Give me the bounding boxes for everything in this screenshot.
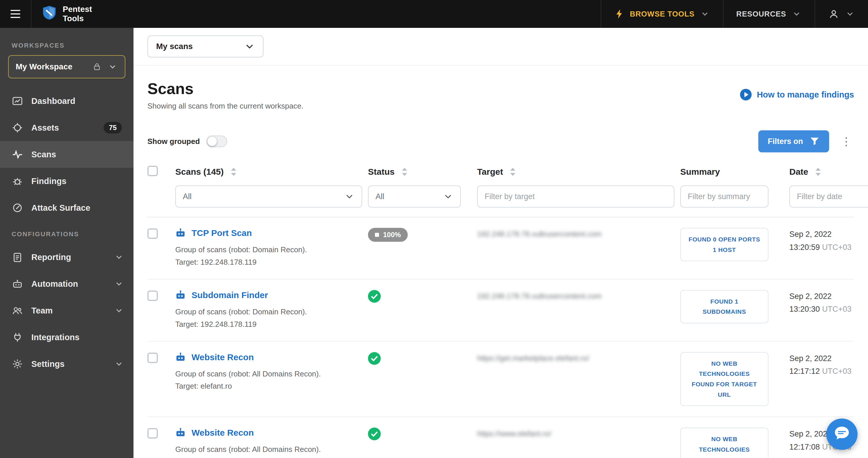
row-checkbox[interactable] (148, 291, 158, 301)
scan-scope-select[interactable]: My scans (148, 35, 264, 58)
chevron-down-icon (344, 191, 354, 202)
topbar-spacer (102, 0, 601, 28)
sidebar-item-reporting[interactable]: Reporting (0, 244, 133, 271)
scan-description: Group of scans (robot: Domain Recon). (175, 306, 362, 318)
status-progress-label: 100% (383, 231, 401, 239)
stop-square-icon (375, 233, 379, 237)
robot-icon (175, 428, 186, 438)
assets-count-badge: 75 (103, 122, 122, 133)
date-filter-input[interactable] (789, 185, 868, 208)
scan-target-line: Target: 192.248.178.119 (175, 256, 362, 269)
scan-title-link[interactable]: Website Recon (191, 353, 254, 362)
show-grouped-toggle[interactable] (206, 135, 227, 147)
how-to-manage-findings-link[interactable]: How to manage findings (740, 89, 854, 100)
sidebar-item-dashboard[interactable]: Dashboard (0, 88, 133, 114)
logo-text-line1: Pentest (63, 5, 92, 14)
sidebar-item-label: Team (31, 306, 53, 315)
sort-icon[interactable] (813, 166, 823, 177)
chevron-down-icon (116, 255, 122, 259)
workspace-name: My Workspace (16, 62, 87, 71)
browse-tools-label: BROWSE TOOLS (630, 9, 694, 19)
workspaces-section-label: WORKSPACES (0, 32, 133, 55)
scan-description: Group of scans (robot: All Domains Recon… (175, 443, 362, 456)
scan-description: Group of scans (robot: All Domains Recon… (175, 368, 362, 380)
logo-text-line2: Tools (63, 14, 92, 23)
chevron-down-icon (700, 9, 710, 19)
plug-icon (11, 332, 23, 343)
topbar: Pentest Tools BROWSE TOOLS RESOURCES (0, 0, 868, 28)
sidebar-item-attack-surface[interactable]: Attack Surface (0, 194, 133, 221)
chevron-down-icon (116, 362, 122, 366)
filter-funnel-icon (809, 136, 820, 147)
chevron-down-icon (443, 191, 453, 202)
summary-filter-input[interactable] (680, 185, 769, 208)
summary-badge[interactable]: FOUND 1SUBDOMAINS (680, 290, 769, 323)
sidebar-item-settings[interactable]: Settings (0, 350, 133, 377)
main-content: My scans Scans Showing all scans from th… (133, 28, 868, 458)
row-checkbox[interactable] (148, 428, 158, 438)
sort-icon[interactable] (507, 166, 518, 177)
status-filter-select[interactable]: All (368, 185, 461, 208)
logo-shield-icon (42, 5, 57, 23)
scan-target-line: Target: elefant.ro (175, 380, 362, 392)
more-options-icon[interactable]: ⋮ (838, 133, 854, 149)
table-filter-row: All All (148, 185, 854, 217)
browse-tools-menu[interactable]: BROWSE TOOLS (601, 0, 723, 28)
table-row: TCP Port Scan Group of scans (robot: Dom… (148, 217, 854, 279)
menu-icon[interactable] (0, 0, 31, 28)
sidebar-item-integrations[interactable]: Integrations (0, 324, 133, 350)
filters-button-label: Filters on (768, 137, 803, 146)
chevron-down-icon (244, 41, 255, 52)
lightning-icon (614, 9, 624, 19)
sidebar-item-label: Findings (31, 177, 66, 186)
page-subtitle: Showing all scans from the current works… (148, 101, 304, 111)
sidebar-item-scans[interactable]: Scans (0, 141, 133, 168)
workspace-selector[interactable]: My Workspace (8, 55, 125, 79)
table-row: Website Recon Group of scans (robot: All… (148, 342, 854, 417)
chevron-down-icon (107, 62, 118, 72)
scans-filter-value: All (183, 192, 191, 201)
scans-table: Scans (145) Status Target (148, 160, 854, 458)
summary-badge[interactable]: NO WEBTECHNOLOGIESFOUND FOR TARGETURL (680, 428, 769, 458)
sidebar-item-label: Assets (31, 123, 59, 133)
pentest-tools-logo[interactable]: Pentest Tools (31, 0, 102, 28)
scan-title-link[interactable]: Website Recon (191, 428, 254, 438)
page-title: Scans (148, 80, 304, 97)
status-finished-icon (368, 290, 381, 303)
sidebar: WORKSPACES My Workspace Dashboard As (0, 28, 133, 458)
robot-icon (11, 278, 23, 289)
sidebar-item-automation[interactable]: Automation (0, 271, 133, 297)
clipboard-icon (11, 251, 23, 263)
sidebar-item-label: Automation (31, 279, 78, 289)
sidebar-item-assets[interactable]: Assets 75 (0, 114, 133, 141)
target-filter-input[interactable] (477, 185, 675, 208)
filters-on-button[interactable]: Filters on (758, 130, 829, 152)
scan-target-redacted: https://www.elefant.ro/ (477, 428, 675, 438)
scan-title-link[interactable]: Subdomain Finder (191, 290, 268, 300)
sort-icon[interactable] (228, 166, 239, 177)
scans-filter-select[interactable]: All (175, 185, 362, 208)
row-checkbox[interactable] (148, 353, 158, 363)
sidebar-item-team[interactable]: Team (0, 297, 133, 324)
people-icon (11, 305, 23, 316)
scan-timezone: UTC+03 (822, 243, 851, 252)
resources-menu[interactable]: RESOURCES (723, 0, 815, 28)
table-row: Website Recon Group of scans (robot: All… (148, 417, 854, 458)
summary-badge[interactable]: FOUND 0 OPEN PORTS1 HOST (680, 228, 769, 261)
sidebar-item-findings[interactable]: Findings (0, 168, 133, 194)
robot-icon (175, 352, 186, 363)
column-header-status: Status (368, 167, 395, 177)
page-header: Scans Showing all scans from the current… (133, 66, 868, 114)
row-checkbox[interactable] (148, 228, 158, 239)
scan-title-link[interactable]: TCP Port Scan (191, 228, 252, 238)
chat-widget-button[interactable] (826, 419, 858, 450)
sidebar-config-nav: Reporting Automation Team (0, 244, 133, 377)
summary-badge[interactable]: NO WEBTECHNOLOGIESFOUND FOR TARGETURL (680, 352, 769, 406)
scan-time: 13:20:30 (789, 305, 820, 313)
sort-icon[interactable] (399, 166, 410, 177)
scope-bar: My scans (133, 28, 868, 66)
configurations-section-label: CONFIGURATIONS (0, 221, 133, 244)
chevron-down-icon (792, 9, 802, 19)
account-menu[interactable] (815, 0, 868, 28)
select-all-checkbox[interactable] (148, 166, 158, 176)
